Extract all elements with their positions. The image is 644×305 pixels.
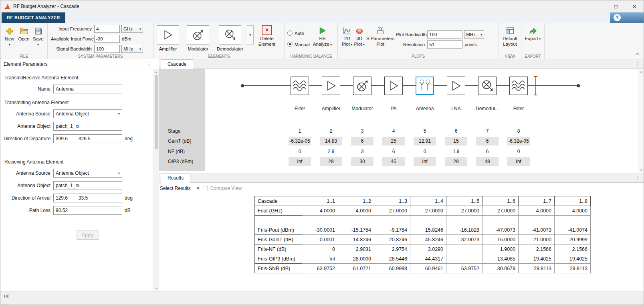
results-cell: 4.0000 — [338, 206, 374, 216]
export-icon — [529, 25, 537, 36]
path-loss-input[interactable] — [53, 206, 122, 215]
direction-of-departure-input[interactable] — [53, 134, 122, 143]
collapse-ribbon-button[interactable] — [635, 51, 640, 56]
antenna-source-select[interactable]: Antenna Object▾ — [53, 109, 122, 118]
hb-analyze-button[interactable]: HBAnalyze ▾ — [312, 24, 333, 47]
cascade-element-antenna-5[interactable] — [416, 77, 434, 95]
button-label: Element — [258, 42, 275, 47]
scroll-thumb[interactable] — [155, 75, 158, 149]
results-row-label: Friis-OIP3 (dBm) — [255, 254, 302, 264]
plot2d-icon — [343, 25, 351, 36]
cascade-element-filter-1[interactable] — [291, 77, 309, 95]
scroll-down-icon[interactable]: ▼ — [154, 287, 159, 290]
cascade-menu-icon[interactable]: ⋮ — [635, 61, 640, 67]
section-label-harmonic-balance: HARMONIC BALANCE — [285, 54, 337, 59]
left-panel-scrollbar[interactable]: ▲ ▼ — [153, 69, 159, 291]
results-cell: 2.9754 — [374, 244, 410, 254]
export-button[interactable]: Export ▾ — [523, 24, 543, 42]
cascade-element-amplifier-2[interactable] — [322, 77, 340, 95]
new-button[interactable]: New▾ — [3, 24, 16, 47]
insertion-marker[interactable] — [535, 76, 536, 95]
cascade-element-demodul-7[interactable] — [478, 77, 497, 95]
cascade-element-pa-4[interactable] — [384, 77, 403, 95]
plot-bandwidth-input[interactable] — [427, 30, 462, 38]
minimize-button[interactable]: – — [588, 0, 607, 12]
cascade-element-label: Amplifier — [313, 106, 349, 111]
nf-value: 6 — [382, 147, 405, 156]
input-frequency-unit-select[interactable]: GHz▾ — [121, 25, 143, 33]
dropdown-caret-icon: ▾ — [9, 42, 10, 48]
tab-cascade[interactable]: Cascade — [161, 59, 193, 69]
gallery-amplifier-button[interactable]: Amplifier — [157, 24, 179, 51]
compare-view-checkbox[interactable] — [203, 186, 208, 191]
skip-triangle — [5, 294, 8, 298]
results-cell: 2.9031 — [338, 244, 374, 254]
element-parameters-title: Element Parameters — [4, 61, 47, 67]
gain-value: -6.32e-05 — [289, 137, 311, 145]
cascade-element-lna-6[interactable] — [447, 77, 465, 95]
help-button[interactable]: ? — [614, 14, 621, 21]
close-button[interactable]: ✕ — [625, 0, 644, 12]
results-menu-icon[interactable]: ⋮ — [635, 175, 640, 181]
signal-bandwidth-input[interactable] — [94, 45, 120, 53]
plot-bandwidth-unit-select[interactable]: MHz▾ — [464, 30, 484, 38]
radio-auto[interactable]: Auto — [287, 30, 310, 36]
section-file: New▾OpenSave▾ FILE — [0, 23, 48, 59]
field-label: Antenna Object — [4, 183, 53, 188]
3d-plot-button[interactable]: 3DPlot ▾ — [353, 24, 365, 47]
button-label: HB — [319, 36, 326, 42]
cascade-canvas[interactable]: StageGainT (dB)NF (dB)OIP3 (dBm)Filter1-… — [159, 69, 644, 173]
maximize-button[interactable]: □ — [607, 0, 625, 12]
gallery-dropdown-icon[interactable]: ▼ — [247, 25, 254, 44]
results-column-header: 1..6 — [482, 196, 519, 206]
signal-bandwidth-unit-select[interactable]: MHz▾ — [121, 45, 143, 53]
scroll-up-icon[interactable]: ▲ — [154, 71, 159, 73]
skip-backward-icon[interactable] — [4, 294, 8, 299]
results-cell: -30.0001 — [302, 225, 338, 235]
name-input[interactable] — [53, 85, 122, 93]
input-frequency-input[interactable] — [94, 25, 120, 33]
panel-menu-icon[interactable]: ⋮ — [146, 61, 151, 67]
scroll-up-icon[interactable]: ▲ — [639, 70, 644, 73]
results-cell: 14.8246 — [338, 235, 374, 244]
help-zone: ? — [610, 12, 644, 23]
available-input-power-input[interactable] — [94, 35, 120, 43]
stage-number: 6 — [445, 127, 467, 135]
select-results-dropdown-icon[interactable]: ▼ — [196, 186, 200, 190]
cascade-element-filter-8[interactable] — [509, 77, 528, 95]
results-row — [255, 216, 591, 225]
radio-label: Auto — [295, 31, 304, 36]
s-parameters-plot-button[interactable]: S ParametersPlot — [365, 24, 395, 47]
antenna-object-input[interactable] — [53, 122, 122, 131]
cascade-element-modulator-3[interactable] — [353, 77, 371, 95]
gallery-demodulator-button[interactable]: Demodulator — [217, 24, 243, 51]
resolution-input[interactable] — [427, 40, 462, 48]
apply-button[interactable]: Apply — [77, 230, 99, 240]
plot-fields: Plot BandwidthMHz▾Resolutionpoints — [396, 24, 484, 48]
right-column: Cascade ⋮ StageGainT (dB)NF (dB)OIP3 (dB… — [159, 59, 644, 291]
window-controls: – □ ✕ — [588, 0, 644, 12]
open-button[interactable]: Open — [17, 24, 31, 47]
antenna-source-select[interactable]: Antenna Object▾ — [53, 169, 122, 178]
scroll-down-icon[interactable]: ▼ — [639, 169, 644, 172]
results-cell: 27.0000 — [482, 206, 519, 216]
cascade-scrollbar[interactable]: ▲▼ — [638, 69, 644, 173]
delete-element-button[interactable]: ✕ DeleteElement — [258, 24, 275, 47]
gain-value: 6 — [476, 137, 499, 145]
direction-of-arrival-input[interactable] — [53, 194, 122, 202]
results-row-label: Friis-GainT (dB) — [255, 235, 302, 244]
default-layout-button[interactable]: DefaultLayout — [501, 24, 519, 47]
results-row-label: Friis-SNR (dB) — [255, 264, 302, 273]
save-button[interactable]: Save▾ — [31, 24, 45, 47]
tab-results[interactable]: Results — [161, 173, 190, 183]
tab-rf-budget-analyzer[interactable]: RF BUDGET ANALYZER — [2, 12, 65, 23]
button-label: Analyze ▾ — [313, 42, 332, 48]
radio-manual[interactable]: Manual — [287, 42, 310, 47]
form-row-direction-of-departure: Direction of Departuredeg — [4, 134, 147, 143]
2d-plot-button[interactable]: 2DPlot ▾ — [341, 24, 353, 47]
antenna-object-input[interactable] — [53, 181, 122, 190]
chevron-down-icon: ▾ — [118, 112, 120, 116]
oip3-value: 30 — [351, 157, 373, 166]
file-buttons: New▾OpenSave▾ — [3, 24, 45, 47]
gallery-modulator-button[interactable]: Modulator — [187, 24, 209, 51]
